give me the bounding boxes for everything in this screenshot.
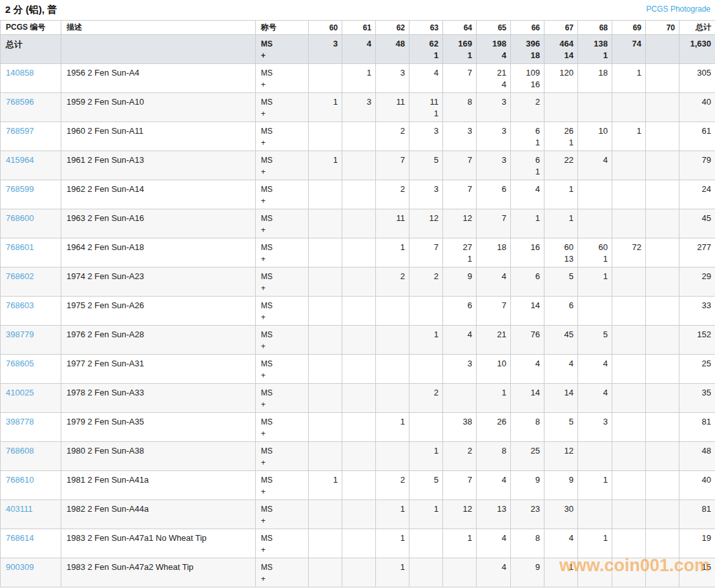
grade-62-cell: 2 xyxy=(376,471,409,500)
coin-description: 1961 2 Fen Sun-A13 xyxy=(61,151,256,180)
column-header-64: 64 xyxy=(443,21,477,35)
photograde-link[interactable]: PCGS Photograde xyxy=(647,5,710,14)
population-table: PCGS 编号描述称号6061626364656667686970总计 总计MS… xyxy=(0,20,715,587)
grade-60-cell xyxy=(309,529,342,558)
column-header-总计: 总计 xyxy=(679,21,715,35)
pcgs-number-link[interactable]: 768600 xyxy=(6,213,34,223)
designation-cell: MS+ xyxy=(256,151,309,180)
pcgs-number-cell: 415964 xyxy=(1,151,61,180)
pcgs-number-link[interactable]: 403111 xyxy=(6,504,32,514)
grade-70-cell xyxy=(646,151,679,180)
grade-62-cell: 1 xyxy=(376,413,409,442)
grade-60-cell xyxy=(309,297,342,326)
pcgs-number-link[interactable]: 768601 xyxy=(6,242,34,252)
coin-description: 1983 2 Fen Sun-A47a2 Wheat Tip xyxy=(61,558,256,587)
grade-70-cell xyxy=(646,413,679,442)
grade-67-cell: 4 xyxy=(544,355,578,384)
table-row: 9003091983 2 Fen Sun-A47a2 Wheat TipMS+1… xyxy=(1,558,715,587)
pcgs-number-link[interactable]: 768614 xyxy=(6,533,34,543)
table-row: 1408581956 2 Fen Sun-A4MS+13472141091612… xyxy=(1,64,715,93)
grade-60-cell xyxy=(309,122,342,151)
designation-cell: MS+ xyxy=(256,122,309,151)
grade-70-cell xyxy=(646,122,679,151)
pcgs-number-cell: 768608 xyxy=(1,442,61,471)
designation-cell: MS+ xyxy=(256,355,309,384)
pcgs-number-link[interactable]: 410025 xyxy=(6,388,34,397)
pcgs-number-cell: 768610 xyxy=(1,471,61,500)
pcgs-number-link[interactable]: 768599 xyxy=(6,184,34,194)
grade-68-cell xyxy=(578,93,612,122)
grade-61-cell xyxy=(342,297,376,326)
grade-68-cell xyxy=(578,500,612,529)
coin-description: 1963 2 Fen Sun-A16 xyxy=(61,209,256,238)
total-cell: 45 xyxy=(679,209,715,238)
grade-64-cell: 6 xyxy=(443,297,477,326)
grade-65-cell: 214 xyxy=(477,64,511,93)
grade-61-cell xyxy=(342,442,376,471)
designation-cell: MS+ xyxy=(256,500,309,529)
grade-64-cell: 1691 xyxy=(443,35,477,64)
grade-70-cell xyxy=(646,35,679,64)
grade-65-cell: 1 xyxy=(477,384,511,413)
grade-64-cell: 9 xyxy=(443,268,477,297)
grade-69-cell xyxy=(612,268,646,297)
grade-65-cell: 4 xyxy=(477,558,511,587)
grade-67-cell xyxy=(544,93,578,122)
grade-64-cell: 2 xyxy=(443,442,477,471)
grade-60-cell xyxy=(309,268,342,297)
total-cell: 15 xyxy=(679,558,715,587)
pcgs-number-link[interactable]: 768602 xyxy=(6,271,34,281)
grade-65-cell: 3 xyxy=(477,151,511,180)
coin-description: 1977 2 Fen Sun-A31 xyxy=(61,355,256,384)
grade-66-cell: 23 xyxy=(511,500,544,529)
table-row: 7686081980 2 Fen Sun-A38MS+128251248 xyxy=(1,442,715,471)
pcgs-number-link[interactable]: 768610 xyxy=(6,475,34,485)
grade-69-cell xyxy=(612,297,646,326)
grade-66-cell: 1 xyxy=(511,209,544,238)
pcgs-number-link[interactable]: 768597 xyxy=(6,126,34,136)
grade-67-cell: 22 xyxy=(544,151,578,180)
column-header-67: 67 xyxy=(544,21,578,35)
pcgs-number-link[interactable]: 768596 xyxy=(6,97,34,107)
grade-69-cell: 74 xyxy=(612,35,646,64)
pcgs-number-link[interactable]: 768608 xyxy=(6,446,34,456)
grade-66-cell: 61 xyxy=(511,122,544,151)
column-header-70: 70 xyxy=(646,21,679,35)
pcgs-number-link[interactable]: 768603 xyxy=(6,300,34,310)
grade-66-cell: 10916 xyxy=(511,64,544,93)
pcgs-number-link[interactable]: 768605 xyxy=(6,359,34,368)
grade-64-cell: 12 xyxy=(443,500,477,529)
pcgs-number-link[interactable]: 140858 xyxy=(6,68,34,78)
grade-63-cell: 1 xyxy=(409,442,443,471)
grade-69-cell xyxy=(612,471,646,500)
grade-67-cell: 1 xyxy=(544,209,578,238)
column-header-69: 69 xyxy=(612,21,646,35)
pcgs-number-cell: 768596 xyxy=(1,93,61,122)
pcgs-number-link[interactable]: 398778 xyxy=(6,417,34,426)
grade-67-cell: 1 xyxy=(544,180,578,209)
pcgs-number-link[interactable]: 415964 xyxy=(6,155,34,165)
coin-description: 1981 2 Fen Sun-A41a xyxy=(61,471,256,500)
column-header-62: 62 xyxy=(376,21,409,35)
coin-description: 1956 2 Fen Sun-A4 xyxy=(61,64,256,93)
grade-69-cell xyxy=(612,500,646,529)
total-cell: 152 xyxy=(679,326,715,355)
grade-60-cell xyxy=(309,180,342,209)
pcgs-number-cell: 768600 xyxy=(1,209,61,238)
table-row: 7686031975 2 Fen Sun-A26MS+6714633 xyxy=(1,297,715,326)
pcgs-number-link[interactable]: 398779 xyxy=(6,330,34,339)
pcgs-number-cell: 900309 xyxy=(1,558,61,587)
pcgs-number-cell: 398779 xyxy=(1,326,61,355)
topbar: 2 分 (铝), 普 PCGS Photograde xyxy=(0,0,715,20)
pcgs-number-link[interactable]: 900309 xyxy=(6,562,34,572)
grade-63-cell xyxy=(409,355,443,384)
grade-70-cell xyxy=(646,384,679,413)
grade-64-cell: 4 xyxy=(443,326,477,355)
table-row: 7686101981 2 Fen Sun-A41aMS+1257499140 xyxy=(1,471,715,500)
grade-68-cell xyxy=(578,180,612,209)
grade-65-cell: 13 xyxy=(477,500,511,529)
designation-cell: MS+ xyxy=(256,297,309,326)
grade-60-cell xyxy=(309,413,342,442)
grade-67-cell: 6 xyxy=(544,297,578,326)
grade-61-cell xyxy=(342,384,376,413)
